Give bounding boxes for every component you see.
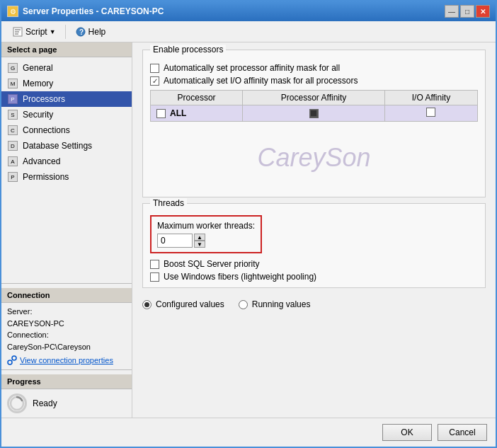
spinner-up-button[interactable]: ▲: [194, 234, 205, 241]
sidebar-label-memory: Memory: [23, 79, 53, 88]
checkbox1-label: Automatically set processor affinity mas…: [164, 63, 340, 73]
sidebar-item-memory[interactable]: M Memory: [1, 76, 132, 91]
script-icon: [12, 26, 23, 38]
progress-spinner: [7, 394, 27, 413]
help-label: Help: [88, 27, 106, 37]
sidebar-label-advanced: Advanced: [23, 156, 60, 166]
configured-radio[interactable]: [142, 300, 152, 309]
sidebar-label-security: Security: [23, 110, 53, 120]
max-worker-input[interactable]: [157, 234, 193, 248]
radio-group: Configured values Running values: [142, 294, 486, 312]
sidebar: Select a page G General M Memory P: [1, 42, 132, 418]
radio-running[interactable]: Running values: [239, 299, 311, 309]
general-icon: G: [7, 62, 18, 74]
security-icon: S: [7, 109, 18, 120]
maximize-button[interactable]: □: [460, 5, 474, 18]
minimize-button[interactable]: —: [445, 5, 459, 18]
max-worker-spinner: ▲ ▼: [157, 234, 255, 248]
main-window: ⚙ Server Properties - CAREYSON-PC — □ ✕ …: [0, 0, 497, 448]
max-worker-box: Maximum worker threads: ▲ ▼: [150, 215, 262, 253]
sidebar-items: G General M Memory P Processors: [1, 57, 132, 283]
watermark: CareySon: [150, 122, 478, 194]
running-label: Running values: [252, 299, 311, 309]
svg-line-8: [11, 360, 13, 361]
row-select-checkbox[interactable]: [156, 109, 166, 118]
svg-text:?: ?: [79, 28, 84, 36]
processor-table: Processor Processor Affinity I/O Affinit…: [150, 90, 478, 122]
enable-processors-title: Enable processors: [150, 45, 226, 54]
memory-icon: M: [7, 78, 18, 89]
sidebar-label-connections: Connections: [23, 125, 70, 135]
proc-affinity-cell: [243, 105, 385, 122]
progress-section: Progress Ready: [1, 369, 132, 418]
connections-icon: C: [7, 125, 18, 136]
threads-title: Threads: [150, 198, 187, 208]
enable-processors-section: Enable processors Automatically set proc…: [142, 50, 486, 197]
bottom-bar: OK Cancel: [1, 418, 496, 447]
permissions-icon: P: [7, 171, 18, 183]
boost-checkbox[interactable]: [150, 260, 159, 269]
sidebar-item-advanced[interactable]: A Advanced: [1, 154, 132, 169]
title-bar: ⚙ Server Properties - CAREYSON-PC — □ ✕: [1, 1, 496, 21]
sidebar-label-permissions: Permissions: [23, 172, 69, 182]
script-label: Script: [25, 27, 47, 37]
col-proc-affinity: Processor Affinity: [243, 91, 385, 105]
sidebar-item-database-settings[interactable]: D Database Settings: [1, 138, 132, 154]
spinner-buttons: ▲ ▼: [194, 234, 205, 248]
connection-title: Connection: [1, 288, 132, 303]
progress-title: Progress: [1, 374, 132, 389]
title-buttons: — □ ✕: [445, 5, 490, 18]
boost-label: Boost SQL Server priority: [164, 259, 260, 269]
help-icon: ?: [75, 26, 86, 38]
sidebar-item-processors[interactable]: P Processors: [1, 91, 132, 107]
fibers-label: Use Windows fibers (lightweight pooling): [164, 272, 316, 282]
sidebar-item-general[interactable]: G General: [1, 60, 132, 76]
view-connection-link[interactable]: View connection properties: [7, 355, 126, 365]
fibers-checkbox[interactable]: [150, 272, 159, 282]
sidebar-item-connections[interactable]: C Connections: [1, 122, 132, 138]
help-button[interactable]: ? Help: [70, 24, 111, 40]
progress-content: Ready: [7, 394, 126, 413]
script-button[interactable]: Script ▼: [7, 24, 61, 40]
script-dropdown-arrow: ▼: [50, 28, 56, 35]
ok-button[interactable]: OK: [382, 424, 432, 441]
io-affinity-cell: [384, 105, 477, 122]
checkbox1-row: Automatically set processor affinity mas…: [150, 63, 478, 73]
boost-row: Boost SQL Server priority: [150, 259, 478, 269]
title-bar-left: ⚙ Server Properties - CAREYSON-PC: [7, 6, 164, 17]
processor-name: ALL: [170, 108, 186, 118]
io-affinity-checkbox[interactable]: [426, 108, 435, 117]
table-row: ALL: [151, 105, 478, 122]
window-title: Server Properties - CAREYSON-PC: [23, 6, 164, 16]
radio-configured[interactable]: Configured values: [142, 299, 224, 309]
database-settings-icon: D: [7, 140, 18, 151]
connection-label: Connection:: [7, 329, 126, 341]
checkbox-affinity-mask[interactable]: [150, 64, 159, 73]
configured-label: Configured values: [156, 299, 224, 309]
sidebar-label-processors: Processors: [23, 94, 65, 104]
sidebar-item-permissions[interactable]: P Permissions: [1, 169, 132, 185]
col-io-affinity: I/O Affinity: [384, 91, 477, 105]
progress-status: Ready: [33, 398, 57, 408]
server-label: Server:: [7, 306, 126, 318]
checkbox-io-affinity[interactable]: [150, 76, 159, 86]
threads-section: Threads Maximum worker threads: ▲ ▼ Boos…: [142, 203, 486, 288]
running-radio[interactable]: [239, 300, 248, 309]
processors-icon: P: [7, 93, 18, 105]
connection-section: Connection Server: CAREYSON-PC Connectio…: [1, 283, 132, 369]
sidebar-item-security[interactable]: S Security: [1, 107, 132, 122]
checkbox2-row: Automatically set I/O affinity mask for …: [150, 76, 478, 86]
window-icon: ⚙: [7, 6, 18, 17]
toolbar-separator: [65, 25, 66, 39]
connection-link-icon: [7, 355, 17, 365]
close-button[interactable]: ✕: [476, 5, 490, 18]
cancel-button[interactable]: Cancel: [438, 424, 487, 441]
processor-cell: ALL: [151, 105, 243, 122]
proc-affinity-checkbox[interactable]: [309, 109, 319, 118]
spinner-down-button[interactable]: ▼: [194, 241, 205, 248]
spinner-icon: [9, 396, 25, 411]
server-value: CAREYSON-PC: [7, 318, 126, 330]
select-page-title: Select a page: [1, 42, 132, 57]
connection-value: CareySon-PC\Careyson: [7, 341, 126, 353]
connection-info: Server: CAREYSON-PC Connection: CareySon…: [7, 306, 126, 352]
